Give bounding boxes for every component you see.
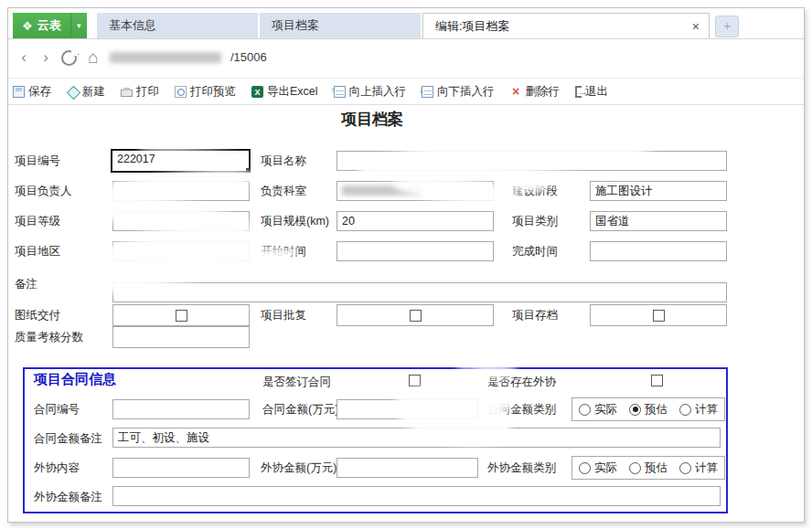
region-input[interactable] [112,241,250,261]
forward-icon: › [43,48,48,67]
radio-dot[interactable] [679,404,691,416]
contract-amount-input[interactable] [337,399,478,419]
new-tab-button[interactable]: ＋ [715,16,739,37]
radio-label: 实际 [594,460,617,476]
outsourced-checkbox[interactable] [651,375,663,386]
drawing-delivery-cell[interactable] [112,304,250,326]
outsource-amount-type-label: 外协金额类别 [487,458,556,478]
project-no-input[interactable]: 222017 [111,149,251,173]
radio-actual[interactable]: 实际 [579,460,617,476]
tab-label: 编辑:项目档案 [435,18,510,35]
tab-basic-info[interactable]: 基本信息 [97,13,258,38]
home-button[interactable]: ⌂ [82,47,104,69]
archive-label: 项目存档 [512,305,558,325]
leader-input[interactable] [112,181,250,201]
radio-label: 预估 [645,402,668,418]
insert-row-below-label: 向下插入行 [437,84,495,100]
delete-row-button[interactable]: × 删除行 [510,84,561,100]
approval-checkbox[interactable] [410,310,422,322]
contract-amount-type-label: 合同金额类别 [487,399,556,419]
radio-dot[interactable] [579,404,591,416]
radio-dot[interactable] [629,404,641,416]
insert-row-below-button[interactable]: ↓ 向下插入行 [422,84,495,100]
finish-time-input[interactable] [590,241,727,261]
save-icon [13,86,25,98]
contract-amount-remark-input[interactable]: 工可、初设、施设 [112,428,721,448]
address-url-suffix: /15006 [230,48,267,67]
radio-estimated[interactable]: 预估 [629,402,668,418]
signed-checkbox[interactable] [409,375,421,386]
brand-tab[interactable]: ❖ 云表 ▾ [13,13,87,38]
phase-input[interactable]: 施工图设计 [590,181,727,201]
contract-section-title: 项目合同信息 [34,371,116,388]
new-icon [67,86,81,101]
refresh-button[interactable] [58,47,80,69]
archive-cell[interactable] [590,304,727,326]
tab-edit-project-archive[interactable]: 编辑:项目档案 × [422,13,710,38]
archive-checkbox[interactable] [653,310,665,322]
navbar-divider [8,78,804,79]
exit-label: 退出 [585,84,608,100]
category-input[interactable]: 国省道 [590,211,727,231]
phase-label: 建设阶段 [512,181,558,201]
outsource-amount-label: 外协金额(万元) [261,458,337,478]
forward-button[interactable]: › [35,47,57,69]
export-excel-button[interactable]: X 导出Excel [251,84,318,100]
insert-row-above-icon: ↑ [334,86,346,98]
outsource-content-input[interactable] [112,458,250,478]
start-time-label: 开始时间 [261,241,306,261]
radio-actual[interactable]: 实际 [579,402,617,418]
tab-project-archive[interactable]: 项目档案 [260,13,421,38]
dept-label: 负责科室 [261,181,306,201]
drawing-delivery-checkbox[interactable] [176,310,187,322]
outsource-amount-remark-input[interactable] [112,486,721,506]
save-label: 保存 [28,84,51,100]
quality-score-label: 质量考核分数 [15,327,83,347]
print-icon [121,90,133,97]
project-name-input[interactable] [337,151,727,171]
dept-input[interactable] [337,181,494,201]
tab-label: 项目档案 [272,17,319,34]
insert-row-above-button[interactable]: ↑ 向上插入行 [334,84,407,100]
radio-dot[interactable] [679,462,691,474]
exit-button[interactable]: 退出 [575,84,608,100]
scale-input[interactable]: 20 [337,211,494,231]
level-input[interactable] [112,211,250,231]
contract-amount-type-group: 实际 预估 计算 [572,397,725,421]
start-time-input[interactable] [337,241,494,261]
contract-no-input[interactable] [112,399,250,419]
radio-label: 预估 [645,460,668,476]
print-preview-button[interactable]: 打印预览 [175,84,236,100]
quality-score-input[interactable] [112,326,250,348]
approval-label: 项目批复 [261,305,306,325]
close-icon[interactable]: × [692,20,700,33]
contract-amount-remark-label: 合同金额备注 [34,428,102,449]
radio-calculated[interactable]: 计算 [679,460,718,476]
export-excel-label: 导出Excel [267,84,318,100]
cell-fill-handle[interactable] [245,167,251,173]
print-button[interactable]: 打印 [121,84,159,100]
approval-cell[interactable] [337,304,494,326]
back-icon: ‹ [21,48,27,67]
new-button[interactable]: 新建 [67,84,105,100]
excel-icon: X [251,86,263,98]
back-button[interactable]: ‹ [13,47,35,69]
tab-label: 基本信息 [109,17,156,34]
toolbar-divider [8,104,804,105]
outsource-amount-input[interactable] [337,458,478,478]
print-label: 打印 [136,84,159,100]
radio-estimated[interactable]: 预估 [629,460,668,476]
project-no-value: 222017 [117,153,155,165]
brand-caret-icon[interactable]: ▾ [70,13,87,38]
delete-row-icon: × [510,86,522,98]
refresh-icon [61,50,77,66]
radio-calculated[interactable]: 计算 [679,402,718,418]
radio-dot[interactable] [629,462,641,474]
radio-dot[interactable] [579,462,591,474]
save-button[interactable]: 保存 [13,84,51,100]
level-label: 项目等级 [15,211,60,231]
leader-label: 项目负责人 [15,181,72,201]
contract-amount-label: 合同金额(万元) [262,399,338,419]
remark-input[interactable] [112,282,727,302]
new-label: 新建 [82,84,105,100]
